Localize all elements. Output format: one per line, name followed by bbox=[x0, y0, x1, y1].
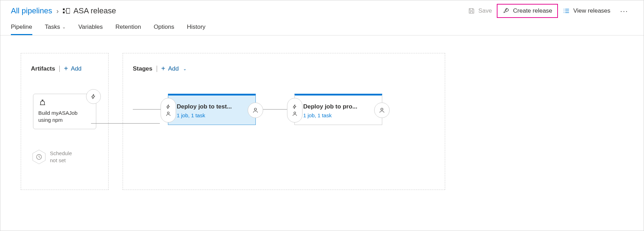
save-label: Save bbox=[479, 7, 492, 14]
stage-title: Deploy job to pro... bbox=[303, 103, 376, 110]
svg-point-8 bbox=[294, 112, 295, 113]
tab-retention[interactable]: Retention bbox=[116, 21, 141, 35]
chevron-down-icon: ⌄ bbox=[62, 25, 66, 29]
create-release-button[interactable]: Create release bbox=[497, 5, 557, 17]
stages-header: Stages + Add ⌄ bbox=[133, 65, 435, 73]
person-icon bbox=[292, 111, 298, 117]
breadcrumb-bar: All pipelines › ASA release Save Create … bbox=[0, 0, 644, 20]
stages-flow: Deploy job to test... 1 job, 1 task Depl… bbox=[133, 94, 435, 125]
tab-variables[interactable]: Variables bbox=[78, 21, 103, 35]
rocket-icon bbox=[502, 7, 509, 14]
tab-tasks[interactable]: Tasks⌄ bbox=[45, 21, 66, 35]
save-icon bbox=[468, 7, 475, 14]
svg-point-9 bbox=[381, 108, 383, 110]
plus-icon: + bbox=[161, 65, 165, 73]
pipeline-canvas: Artifacts + Add Build myASAJob using npm… bbox=[0, 35, 644, 207]
artifact-name: Build myASAJob using npm bbox=[38, 110, 91, 124]
tab-pipeline[interactable]: Pipeline bbox=[11, 21, 32, 35]
add-stage-label: Add bbox=[168, 65, 178, 72]
artifacts-header: Artifacts + Add bbox=[31, 65, 98, 73]
tab-history[interactable]: History bbox=[187, 21, 206, 35]
stage-tasks-link[interactable]: 1 job, 1 task bbox=[177, 112, 249, 118]
release-icon bbox=[63, 8, 70, 14]
stage-title: Deploy job to test... bbox=[177, 103, 249, 110]
artifact-card[interactable]: Build myASAJob using npm bbox=[33, 94, 96, 129]
more-actions-button[interactable]: ··· bbox=[615, 4, 633, 18]
list-icon bbox=[563, 7, 570, 14]
toolbar: Save Create release View releases ··· bbox=[463, 4, 633, 18]
stage-tasks-link[interactable]: 1 job, 1 task bbox=[303, 112, 376, 118]
person-icon bbox=[165, 111, 171, 117]
schedule-text: Schedule not set bbox=[50, 150, 72, 164]
save-button: Save bbox=[463, 5, 497, 17]
breadcrumb-parent-link[interactable]: All pipelines bbox=[11, 6, 52, 15]
artifact-trigger-button[interactable] bbox=[86, 89, 101, 104]
stage-card-test[interactable]: Deploy job to test... 1 job, 1 task bbox=[168, 94, 256, 125]
svg-rect-1 bbox=[63, 12, 65, 13]
schedule-row[interactable]: Schedule not set bbox=[32, 150, 98, 164]
add-artifact-button[interactable]: + Add bbox=[64, 65, 82, 73]
stage-postdeploy-conditions[interactable] bbox=[374, 103, 390, 118]
bolt-icon bbox=[292, 104, 298, 110]
stage-predeploy-conditions[interactable] bbox=[287, 98, 303, 123]
chevron-down-icon: ⌄ bbox=[183, 66, 187, 71]
breadcrumb-current: ASA release bbox=[63, 6, 116, 15]
stage-predeploy-conditions[interactable] bbox=[161, 98, 176, 123]
tabs-row: Pipeline Tasks⌄ Variables Retention Opti… bbox=[0, 20, 644, 35]
svg-rect-2 bbox=[65, 11, 66, 11]
view-releases-button[interactable]: View releases bbox=[558, 5, 616, 17]
add-stage-button[interactable]: + Add ⌄ bbox=[161, 65, 187, 73]
tab-options[interactable]: Options bbox=[154, 21, 174, 35]
schedule-hexagon bbox=[32, 150, 46, 164]
create-release-highlight: Create release bbox=[497, 4, 558, 18]
artifacts-panel: Artifacts + Add Build myASAJob using npm… bbox=[21, 53, 109, 190]
header-divider bbox=[157, 66, 157, 72]
svg-rect-0 bbox=[63, 8, 65, 10]
plus-icon: + bbox=[64, 65, 68, 73]
person-icon bbox=[379, 107, 385, 113]
stages-panel: Stages + Add ⌄ Deploy job to test... 1 j… bbox=[123, 53, 445, 190]
header-divider bbox=[59, 66, 60, 72]
add-artifact-label: Add bbox=[71, 65, 82, 72]
svg-point-6 bbox=[167, 112, 169, 113]
breadcrumb-separator: › bbox=[56, 7, 59, 15]
person-icon bbox=[252, 107, 259, 113]
stage-card-prod[interactable]: Deploy job to pro... 1 job, 1 task bbox=[294, 94, 382, 125]
stage-postdeploy-conditions[interactable] bbox=[248, 103, 263, 118]
svg-point-7 bbox=[254, 108, 256, 110]
create-release-label: Create release bbox=[513, 7, 552, 14]
bolt-icon bbox=[165, 104, 171, 110]
connector-line bbox=[91, 123, 160, 124]
build-icon bbox=[38, 99, 91, 107]
svg-rect-3 bbox=[66, 8, 70, 13]
stages-title: Stages bbox=[133, 65, 152, 72]
artifacts-title: Artifacts bbox=[31, 65, 55, 72]
view-releases-label: View releases bbox=[573, 7, 611, 14]
pipeline-name-text: ASA release bbox=[73, 6, 116, 15]
bolt-icon bbox=[90, 93, 97, 100]
